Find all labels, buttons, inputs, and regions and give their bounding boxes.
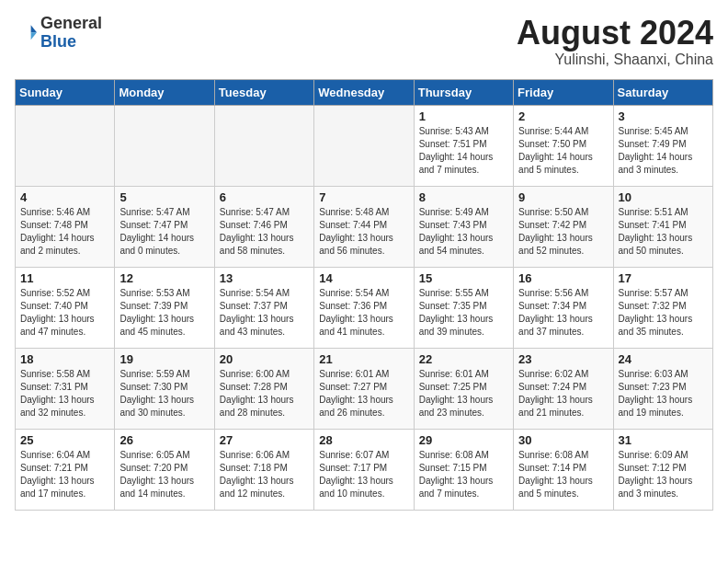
weekday-header-friday: Friday — [514, 79, 613, 105]
day-number: 26 — [119, 433, 209, 447]
day-number: 27 — [220, 433, 309, 447]
day-info: Sunrise: 6:08 AM Sunset: 7:15 PM Dayligh… — [419, 449, 508, 500]
day-info: Sunrise: 5:57 AM Sunset: 7:32 PM Dayligh… — [619, 287, 708, 339]
day-info: Sunrise: 5:47 AM Sunset: 7:47 PM Dayligh… — [119, 206, 209, 258]
calendar-cell — [115, 105, 214, 186]
day-info: Sunrise: 6:06 AM Sunset: 7:18 PM Dayligh… — [220, 449, 309, 500]
day-number: 21 — [319, 352, 408, 366]
day-info: Sunrise: 5:54 AM Sunset: 7:37 PM Dayligh… — [220, 287, 309, 339]
day-info: Sunrise: 6:03 AM Sunset: 7:23 PM Dayligh… — [619, 368, 708, 419]
calendar-cell: 10Sunrise: 5:51 AM Sunset: 7:41 PM Dayli… — [613, 186, 712, 267]
day-number: 10 — [619, 190, 708, 204]
day-info: Sunrise: 6:07 AM Sunset: 7:17 PM Dayligh… — [319, 449, 408, 500]
calendar-cell: 5Sunrise: 5:47 AM Sunset: 7:47 PM Daylig… — [115, 186, 214, 267]
calendar-week-1: 1Sunrise: 5:43 AM Sunset: 7:51 PM Daylig… — [16, 105, 713, 186]
day-number: 1 — [419, 109, 508, 123]
weekday-header-row: SundayMondayTuesdayWednesdayThursdayFrid… — [16, 79, 713, 105]
day-number: 16 — [518, 271, 608, 285]
calendar-week-5: 25Sunrise: 6:04 AM Sunset: 7:21 PM Dayli… — [16, 429, 713, 510]
weekday-header-saturday: Saturday — [613, 79, 712, 105]
calendar-cell: 19Sunrise: 5:59 AM Sunset: 7:30 PM Dayli… — [115, 348, 214, 429]
day-number: 8 — [419, 190, 508, 204]
day-info: Sunrise: 6:04 AM Sunset: 7:21 PM Dayligh… — [20, 449, 109, 500]
calendar-cell: 28Sunrise: 6:07 AM Sunset: 7:17 PM Dayli… — [314, 429, 414, 510]
day-info: Sunrise: 5:45 AM Sunset: 7:49 PM Dayligh… — [619, 125, 708, 177]
svg-marker-1 — [31, 32, 37, 40]
calendar-cell: 30Sunrise: 6:08 AM Sunset: 7:14 PM Dayli… — [514, 429, 613, 510]
day-number: 14 — [319, 271, 408, 285]
calendar-cell: 14Sunrise: 5:54 AM Sunset: 7:36 PM Dayli… — [314, 267, 414, 348]
calendar-cell: 7Sunrise: 5:48 AM Sunset: 7:44 PM Daylig… — [314, 186, 414, 267]
month-year: August 2024 — [517, 15, 713, 52]
day-number: 18 — [20, 352, 109, 366]
day-info: Sunrise: 5:55 AM Sunset: 7:35 PM Dayligh… — [419, 287, 508, 339]
day-number: 28 — [319, 433, 408, 447]
weekday-header-wednesday: Wednesday — [314, 79, 414, 105]
day-info: Sunrise: 5:56 AM Sunset: 7:34 PM Dayligh… — [518, 287, 608, 339]
day-info: Sunrise: 5:46 AM Sunset: 7:48 PM Dayligh… — [20, 206, 109, 258]
calendar-cell: 3Sunrise: 5:45 AM Sunset: 7:49 PM Daylig… — [613, 105, 712, 186]
day-info: Sunrise: 6:02 AM Sunset: 7:24 PM Dayligh… — [518, 368, 608, 419]
page-header: General Blue August 2024 Yulinshi, Shaan… — [15, 15, 713, 68]
logo-icon — [15, 22, 37, 44]
calendar-cell: 1Sunrise: 5:43 AM Sunset: 7:51 PM Daylig… — [414, 105, 513, 186]
day-number: 17 — [619, 271, 708, 285]
calendar-cell: 27Sunrise: 6:06 AM Sunset: 7:18 PM Dayli… — [214, 429, 313, 510]
calendar-week-2: 4Sunrise: 5:46 AM Sunset: 7:48 PM Daylig… — [16, 186, 713, 267]
day-number: 9 — [518, 190, 608, 204]
calendar-cell: 15Sunrise: 5:55 AM Sunset: 7:35 PM Dayli… — [414, 267, 513, 348]
calendar-cell — [314, 105, 414, 186]
calendar-cell: 9Sunrise: 5:50 AM Sunset: 7:42 PM Daylig… — [514, 186, 613, 267]
day-info: Sunrise: 6:01 AM Sunset: 7:27 PM Dayligh… — [319, 368, 408, 419]
calendar-cell: 23Sunrise: 6:02 AM Sunset: 7:24 PM Dayli… — [514, 348, 613, 429]
day-number: 5 — [119, 190, 209, 204]
day-number: 2 — [518, 109, 608, 123]
calendar-cell — [16, 105, 115, 186]
calendar-cell: 31Sunrise: 6:09 AM Sunset: 7:12 PM Dayli… — [613, 429, 712, 510]
calendar-cell: 18Sunrise: 5:58 AM Sunset: 7:31 PM Dayli… — [16, 348, 115, 429]
calendar-cell: 21Sunrise: 6:01 AM Sunset: 7:27 PM Dayli… — [314, 348, 414, 429]
calendar-cell: 13Sunrise: 5:54 AM Sunset: 7:37 PM Dayli… — [214, 267, 313, 348]
day-info: Sunrise: 5:58 AM Sunset: 7:31 PM Dayligh… — [20, 368, 109, 419]
calendar-cell: 26Sunrise: 6:05 AM Sunset: 7:20 PM Dayli… — [115, 429, 214, 510]
day-info: Sunrise: 6:01 AM Sunset: 7:25 PM Dayligh… — [419, 368, 508, 419]
day-number: 22 — [419, 352, 508, 366]
day-info: Sunrise: 6:08 AM Sunset: 7:14 PM Dayligh… — [518, 449, 608, 500]
weekday-header-sunday: Sunday — [16, 79, 115, 105]
day-info: Sunrise: 5:48 AM Sunset: 7:44 PM Dayligh… — [319, 206, 408, 258]
calendar-week-3: 11Sunrise: 5:52 AM Sunset: 7:40 PM Dayli… — [16, 267, 713, 348]
day-info: Sunrise: 5:43 AM Sunset: 7:51 PM Dayligh… — [419, 125, 508, 177]
day-info: Sunrise: 6:05 AM Sunset: 7:20 PM Dayligh… — [119, 449, 209, 500]
day-number: 4 — [20, 190, 109, 204]
day-number: 29 — [419, 433, 508, 447]
calendar-cell: 25Sunrise: 6:04 AM Sunset: 7:21 PM Dayli… — [16, 429, 115, 510]
day-number: 13 — [220, 271, 309, 285]
calendar-cell: 11Sunrise: 5:52 AM Sunset: 7:40 PM Dayli… — [16, 267, 115, 348]
calendar-cell: 6Sunrise: 5:47 AM Sunset: 7:46 PM Daylig… — [214, 186, 313, 267]
day-info: Sunrise: 5:52 AM Sunset: 7:40 PM Dayligh… — [20, 287, 109, 339]
calendar-week-4: 18Sunrise: 5:58 AM Sunset: 7:31 PM Dayli… — [16, 348, 713, 429]
calendar-cell: 17Sunrise: 5:57 AM Sunset: 7:32 PM Dayli… — [613, 267, 712, 348]
day-info: Sunrise: 5:44 AM Sunset: 7:50 PM Dayligh… — [518, 125, 608, 177]
day-number: 15 — [419, 271, 508, 285]
day-number: 24 — [619, 352, 708, 366]
day-info: Sunrise: 5:50 AM Sunset: 7:42 PM Dayligh… — [518, 206, 608, 258]
calendar-cell: 12Sunrise: 5:53 AM Sunset: 7:39 PM Dayli… — [115, 267, 214, 348]
calendar-cell: 22Sunrise: 6:01 AM Sunset: 7:25 PM Dayli… — [414, 348, 513, 429]
calendar-cell: 29Sunrise: 6:08 AM Sunset: 7:15 PM Dayli… — [414, 429, 513, 510]
svg-marker-0 — [31, 25, 37, 32]
calendar-cell: 4Sunrise: 5:46 AM Sunset: 7:48 PM Daylig… — [16, 186, 115, 267]
logo-blue-text: Blue — [40, 32, 76, 51]
calendar-cell: 2Sunrise: 5:44 AM Sunset: 7:50 PM Daylig… — [514, 105, 613, 186]
day-number: 3 — [619, 109, 708, 123]
day-info: Sunrise: 5:47 AM Sunset: 7:46 PM Dayligh… — [220, 206, 309, 258]
title-block: August 2024 Yulinshi, Shaanxi, China — [517, 15, 713, 68]
weekday-header-monday: Monday — [115, 79, 214, 105]
day-info: Sunrise: 6:09 AM Sunset: 7:12 PM Dayligh… — [619, 449, 708, 500]
day-info: Sunrise: 5:54 AM Sunset: 7:36 PM Dayligh… — [319, 287, 408, 339]
day-number: 6 — [220, 190, 309, 204]
day-info: Sunrise: 5:51 AM Sunset: 7:41 PM Dayligh… — [619, 206, 708, 258]
day-number: 11 — [20, 271, 109, 285]
day-info: Sunrise: 6:00 AM Sunset: 7:28 PM Dayligh… — [220, 368, 309, 419]
day-number: 23 — [518, 352, 608, 366]
